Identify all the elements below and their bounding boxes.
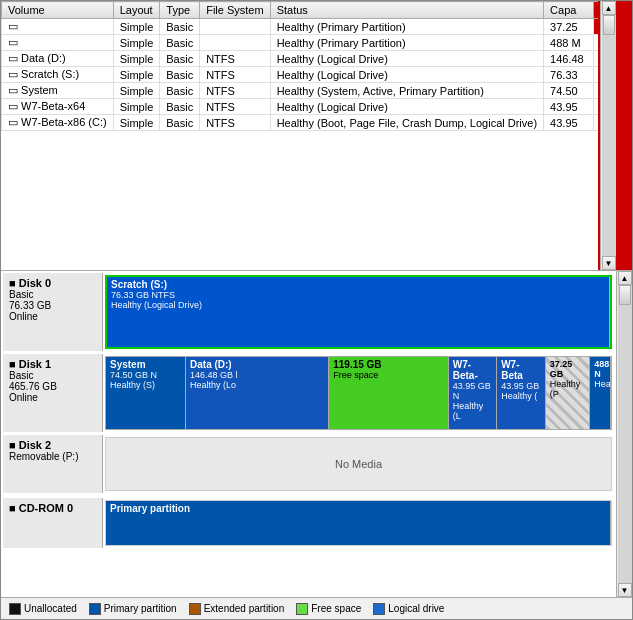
- table-row[interactable]: ▭SimpleBasicHealthy (Primary Partition)4…: [2, 35, 599, 51]
- disk1-unallocated[interactable]: 37.25 GB Healthy (P: [546, 357, 591, 429]
- cdrom0-inner: ■ CD-ROM 0 Primary partition: [3, 498, 614, 548]
- disk0-partition-scratch[interactable]: Scratch (S:) 76.33 GB NTFS Healthy (Logi…: [107, 277, 610, 347]
- partition-table-section: Volume Layout Type File System Status Ca…: [1, 1, 632, 271]
- legend-extended: Extended partition: [189, 603, 285, 615]
- disk1-free[interactable]: 119.15 GB Free space: [329, 357, 449, 429]
- no-media-label: No Media: [335, 458, 382, 470]
- partition-table-area: Volume Layout Type File System Status Ca…: [1, 1, 600, 270]
- scroll-down-button[interactable]: ▼: [602, 256, 616, 270]
- scroll-up-bottom-button[interactable]: ▲: [618, 271, 632, 285]
- cdrom0-name: ■ CD-ROM 0: [9, 502, 96, 514]
- legend-extended-box: [189, 603, 201, 615]
- accent-column: [616, 1, 632, 270]
- disk1-partitions: System 74.50 GB N Healthy (S) Data (D:) …: [105, 356, 612, 430]
- col-layout[interactable]: Layout: [113, 2, 160, 19]
- disk0-type: Basic: [9, 289, 96, 300]
- table-row[interactable]: ▭ W7-Beta-x86 (C:)SimpleBasicNTFSHealthy…: [2, 115, 599, 131]
- table-row[interactable]: ▭SimpleBasicHealthy (Primary Partition)3…: [2, 19, 599, 35]
- scroll-up-button[interactable]: ▲: [602, 1, 616, 15]
- disk0-name: ■ Disk 0: [9, 277, 96, 289]
- partition-table: Volume Layout Type File System Status Ca…: [1, 1, 598, 131]
- legend-primary: Primary partition: [89, 603, 177, 615]
- cdrom0-partition[interactable]: Primary partition: [106, 501, 611, 545]
- legend-logical-label: Logical drive: [388, 603, 444, 614]
- disk1-data[interactable]: Data (D:) 146.48 GB l Healthy (Lo: [186, 357, 329, 429]
- vertical-scrollbar-top[interactable]: ▲ ▼: [600, 1, 616, 270]
- legend-free-box: [296, 603, 308, 615]
- scratch-status: Healthy (Logical Drive): [111, 300, 605, 310]
- legend-primary-box: [89, 603, 101, 615]
- disk2-partitions: No Media: [105, 437, 612, 491]
- disk1-row: ■ Disk 1 Basic 465.76 GB Online System 7…: [3, 354, 614, 432]
- v-scroll-track-bottom[interactable]: [618, 285, 632, 583]
- disk1-type: Basic: [9, 370, 96, 381]
- cdrom0-row: ■ CD-ROM 0 Primary partition: [3, 498, 614, 548]
- legend-bar: Unallocated Primary partition Extended p…: [1, 597, 632, 619]
- cdrom0-info: ■ CD-ROM 0: [3, 498, 103, 548]
- legend-unallocated: Unallocated: [9, 603, 77, 615]
- col-type[interactable]: Type: [160, 2, 200, 19]
- legend-logical: Logical drive: [373, 603, 444, 615]
- col-status[interactable]: Status: [270, 2, 543, 19]
- disk2-row: ■ Disk 2 Removable (P:) No Media: [3, 435, 614, 495]
- legend-unallocated-box: [9, 603, 21, 615]
- col-capacity[interactable]: Capa: [544, 2, 594, 19]
- legend-primary-label: Primary partition: [104, 603, 177, 614]
- scratch-name: Scratch (S:): [111, 279, 605, 290]
- v-scroll-thumb-bottom[interactable]: [619, 285, 631, 305]
- disk0-inner: ■ Disk 0 Basic 76.33 GB Online Scratch (…: [3, 273, 614, 351]
- disk-scroll-area: ■ Disk 0 Basic 76.33 GB Online Scratch (…: [1, 271, 632, 597]
- table-row[interactable]: ▭ SystemSimpleBasicNTFSHealthy (System, …: [2, 83, 599, 99]
- table-row[interactable]: ▭ W7-Beta-x64SimpleBasicNTFSHealthy (Log…: [2, 99, 599, 115]
- disk1-name: ■ Disk 1: [9, 358, 96, 370]
- legend-free-label: Free space: [311, 603, 361, 614]
- scroll-down-bottom-button[interactable]: ▼: [618, 583, 632, 597]
- cdrom0-partitions[interactable]: Primary partition: [105, 500, 612, 546]
- disk1-info: ■ Disk 1 Basic 465.76 GB Online: [3, 354, 103, 432]
- disk0-partitions[interactable]: Scratch (S:) 76.33 GB NTFS Healthy (Logi…: [105, 275, 612, 349]
- disk2-inner: ■ Disk 2 Removable (P:) No Media: [3, 435, 614, 493]
- v-scroll-thumb-top[interactable]: [603, 15, 615, 35]
- disk-map-section: ■ Disk 0 Basic 76.33 GB Online Scratch (…: [1, 271, 632, 619]
- disk2-name: ■ Disk 2: [9, 439, 96, 451]
- disks-container[interactable]: ■ Disk 0 Basic 76.33 GB Online Scratch (…: [1, 271, 616, 597]
- legend-free: Free space: [296, 603, 361, 615]
- table-row[interactable]: ▭ Data (D:)SimpleBasicNTFSHealthy (Logic…: [2, 51, 599, 67]
- disk1-w7beta64[interactable]: W7-Beta- 43.95 GB N Healthy (L: [449, 357, 497, 429]
- v-scroll-track-top[interactable]: [602, 15, 616, 256]
- legend-logical-box: [373, 603, 385, 615]
- vertical-scrollbar-bottom[interactable]: ▲ ▼: [616, 271, 632, 597]
- disk1-system[interactable]: System 74.50 GB N Healthy (S): [106, 357, 186, 429]
- col-volume[interactable]: Volume: [2, 2, 114, 19]
- disk0-size: 76.33 GB: [9, 300, 96, 311]
- legend-unallocated-label: Unallocated: [24, 603, 77, 614]
- table-row[interactable]: ▭ Scratch (S:)SimpleBasicNTFSHealthy (Lo…: [2, 67, 599, 83]
- legend-extended-label: Extended partition: [204, 603, 285, 614]
- disk0-status: Online: [9, 311, 96, 322]
- disk1-w7beta86[interactable]: W7-Beta 43.95 GB Healthy (: [497, 357, 545, 429]
- disk0-info: ■ Disk 0 Basic 76.33 GB Online: [3, 273, 103, 351]
- col-action[interactable]: Ac: [594, 2, 598, 19]
- disk2-type: Removable (P:): [9, 451, 96, 462]
- disk0-row: ■ Disk 0 Basic 76.33 GB Online Scratch (…: [3, 273, 614, 351]
- disk1-last[interactable]: 488 N Healt: [590, 357, 611, 429]
- disk1-size: 465.76 GB: [9, 381, 96, 392]
- disk2-info: ■ Disk 2 Removable (P:): [3, 435, 103, 493]
- main-window: Volume Layout Type File System Status Ca…: [0, 0, 633, 620]
- table-scroll[interactable]: Volume Layout Type File System Status Ca…: [1, 1, 598, 270]
- disk1-inner: ■ Disk 1 Basic 465.76 GB Online System 7…: [3, 354, 614, 432]
- scratch-size: 76.33 GB NTFS: [111, 290, 605, 300]
- disk1-status: Online: [9, 392, 96, 403]
- col-filesystem[interactable]: File System: [200, 2, 270, 19]
